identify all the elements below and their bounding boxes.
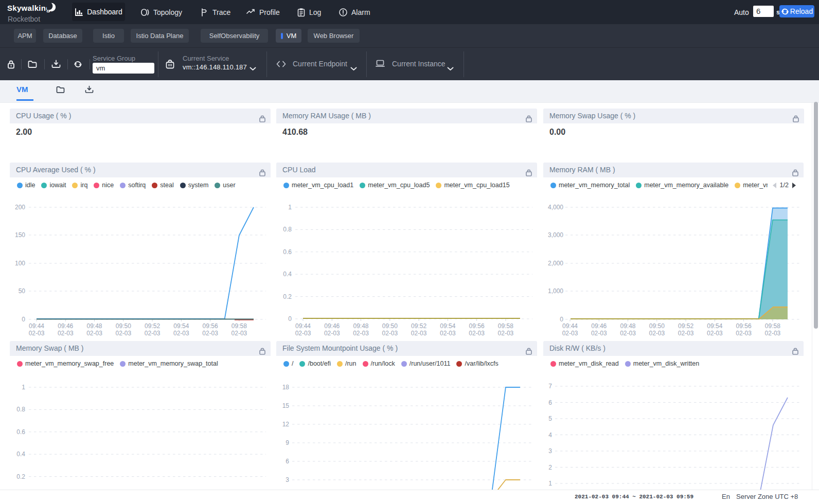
svg-text:02-03: 02-03 [765,330,781,337]
svg-text:02-03: 02-03 [707,330,723,337]
svg-text:09:44: 09:44 [295,322,311,330]
svg-text:0.8: 0.8 [16,406,25,413]
svg-text:0: 0 [560,316,563,323]
svg-text:02-03: 02-03 [202,330,218,337]
svg-text:02-03: 02-03 [295,330,311,337]
svg-text:4: 4 [548,431,552,439]
svg-text:0.8: 0.8 [283,226,292,233]
svg-text:02-03: 02-03 [382,330,398,337]
svg-text:0.4: 0.4 [283,271,292,278]
svg-text:0.2: 0.2 [283,293,292,300]
svg-text:09:58: 09:58 [232,322,247,330]
svg-text:09:52: 09:52 [145,322,160,330]
svg-text:5: 5 [548,415,552,422]
svg-text:02-03: 02-03 [232,330,247,337]
svg-text:1: 1 [22,384,25,391]
svg-text:1,000: 1,000 [548,287,563,295]
svg-text:09:52: 09:52 [411,322,426,330]
svg-text:02-03: 02-03 [620,330,636,337]
svg-text:09:58: 09:58 [765,322,780,330]
svg-text:09:46: 09:46 [324,322,340,330]
svg-text:02-03: 02-03 [736,330,752,337]
svg-text:09:48: 09:48 [620,322,636,330]
svg-text:02-03: 02-03 [173,330,189,337]
svg-text:3: 3 [286,476,289,483]
svg-text:1: 1 [548,480,552,487]
svg-text:02-03: 02-03 [29,330,45,337]
svg-text:02-03: 02-03 [86,330,102,337]
svg-text:02-03: 02-03 [411,330,427,337]
svg-text:02-03: 02-03 [115,330,131,337]
svg-text:02-03: 02-03 [145,330,161,337]
svg-text:09:48: 09:48 [87,322,102,330]
svg-text:15: 15 [282,402,290,409]
svg-text:18: 18 [282,384,290,391]
svg-text:200: 200 [15,204,25,211]
svg-text:0.4: 0.4 [16,451,25,458]
svg-text:4,000: 4,000 [548,204,563,211]
svg-text:02-03: 02-03 [498,330,514,337]
svg-text:0: 0 [22,316,25,323]
svg-text:3: 3 [548,447,552,455]
svg-text:02-03: 02-03 [58,330,74,337]
svg-text:0: 0 [288,315,292,322]
svg-text:09:54: 09:54 [707,322,722,330]
svg-text:3,000: 3,000 [548,231,563,239]
svg-text:09:44: 09:44 [562,322,578,330]
svg-text:09:52: 09:52 [678,322,693,330]
svg-text:6: 6 [548,399,552,406]
svg-text:09:54: 09:54 [440,322,455,330]
svg-text:2,000: 2,000 [548,260,563,267]
svg-text:09:50: 09:50 [382,322,398,330]
svg-text:02-03: 02-03 [649,330,665,337]
svg-text:02-03: 02-03 [678,330,694,337]
svg-text:09:56: 09:56 [469,322,485,330]
svg-text:100: 100 [15,260,25,267]
svg-text:1: 1 [288,204,292,211]
svg-text:12: 12 [282,421,290,428]
svg-text:0.6: 0.6 [16,428,25,436]
svg-text:09:50: 09:50 [116,322,131,330]
svg-text:09:56: 09:56 [736,322,752,330]
svg-text:02-03: 02-03 [440,330,456,337]
svg-text:02-03: 02-03 [469,330,485,337]
svg-text:50: 50 [19,287,26,295]
svg-text:09:46: 09:46 [591,322,607,330]
svg-text:09:58: 09:58 [498,322,513,330]
svg-text:09:56: 09:56 [203,322,218,330]
svg-text:9: 9 [286,439,289,446]
svg-text:2: 2 [548,464,552,471]
svg-text:0.6: 0.6 [283,248,292,256]
svg-text:7: 7 [548,383,552,390]
svg-text:02-03: 02-03 [324,330,340,337]
svg-text:150: 150 [15,231,25,239]
svg-text:02-03: 02-03 [562,330,578,337]
svg-text:0.2: 0.2 [16,473,25,480]
svg-text:02-03: 02-03 [353,330,369,337]
svg-text:09:46: 09:46 [58,322,73,330]
svg-text:09:44: 09:44 [29,322,44,330]
svg-text:09:48: 09:48 [353,322,369,330]
svg-text:09:54: 09:54 [173,322,189,330]
svg-text:02-03: 02-03 [591,330,607,337]
svg-text:09:50: 09:50 [649,322,665,330]
svg-text:6: 6 [286,458,289,465]
